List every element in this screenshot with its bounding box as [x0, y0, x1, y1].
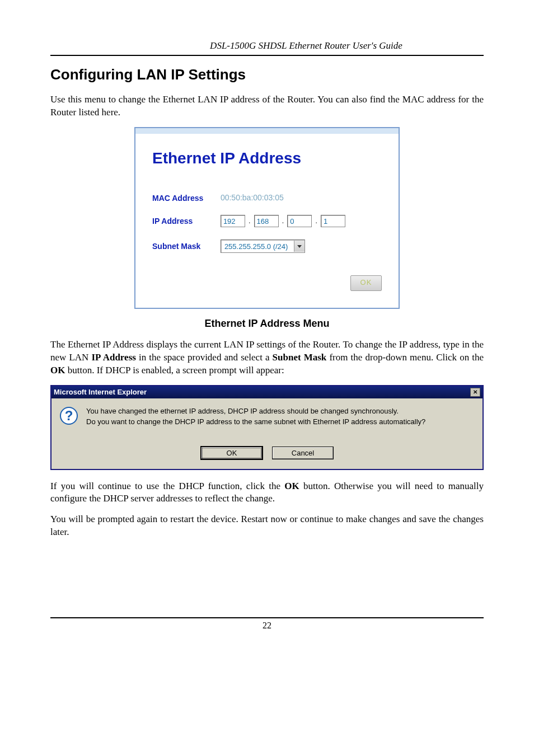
ip-address-label: IP Address	[152, 217, 218, 226]
p2-d: Subnet Mask	[273, 352, 327, 363]
ethernet-ip-panel: Ethernet IP Address MAC Address 00:50:ba…	[134, 127, 400, 309]
p2-f: OK	[50, 365, 65, 375]
section-heading: Configuring LAN IP Settings	[50, 66, 484, 83]
header-rule	[50, 55, 484, 56]
dialog-ok-button[interactable]: OK	[200, 446, 263, 460]
mac-address-row: MAC Address 00:50:ba:00:03:05	[152, 193, 382, 203]
page-number: 22	[50, 621, 484, 631]
footer-rule	[50, 617, 484, 618]
mac-address-value: 00:50:ba:00:03:05	[221, 193, 284, 202]
chevron-down-icon	[297, 245, 302, 248]
ip-dot: .	[282, 216, 284, 225]
close-icon[interactable]: ✕	[470, 388, 480, 397]
subnet-mask-value: 255.255.255.0 (/24)	[221, 242, 294, 251]
dialog-line-3	[86, 428, 425, 438]
p2-b: IP Address	[91, 352, 135, 363]
panel-title: Ethernet IP Address	[152, 149, 382, 167]
ip-dot: .	[249, 216, 251, 225]
svg-text:?: ?	[65, 408, 73, 423]
intro-paragraph: Use this menu to change the Ethernet LAN…	[50, 93, 484, 119]
ip-octet-4[interactable]: 1	[321, 215, 345, 227]
mac-address-label: MAC Address	[152, 194, 218, 203]
p2-e: from the drop-down menu. Click on the	[326, 352, 484, 363]
subnet-mask-row: Subnet Mask 255.255.255.0 (/24)	[152, 240, 382, 253]
dialog-cancel-button[interactable]: Cancel	[272, 447, 334, 459]
dialog-titlebar: Microsoft Internet Explorer ✕	[51, 386, 483, 398]
dialog-line-1: You have changed the ethernet IP address…	[86, 406, 425, 417]
paragraph-2: The Ethernet IP Address displays the cur…	[50, 339, 484, 377]
p2-g: button. If DHCP is enabled, a screen pro…	[65, 365, 284, 375]
ok-button[interactable]: OK	[350, 275, 382, 291]
question-icon: ?	[59, 406, 78, 427]
paragraph-4: You will be prompted again to restart th…	[50, 513, 484, 539]
running-header: DSL-1500G SHDSL Ethernet Router User's G…	[50, 40, 484, 51]
paragraph-3: If you will continue to use the DHCP fun…	[50, 480, 484, 506]
figure-caption: Ethernet IP Address Menu	[50, 318, 484, 330]
subnet-mask-label: Subnet Mask	[152, 242, 218, 251]
confirm-dialog: Microsoft Internet Explorer ✕ ? You have…	[50, 385, 484, 470]
dialog-title-text: Microsoft Internet Explorer	[54, 388, 147, 396]
dropdown-button[interactable]	[294, 241, 305, 252]
ip-address-row: IP Address 192 . 168 . 0 . 1	[152, 215, 382, 227]
p3-b: OK	[284, 481, 299, 491]
panel-top-stripe	[135, 128, 399, 134]
ip-octet-1[interactable]: 192	[221, 215, 245, 227]
ip-octet-3[interactable]: 0	[287, 215, 312, 227]
dialog-line-2: Do you want to change the DHCP IP addres…	[86, 417, 425, 428]
p3-a: If you will continue to use the DHCP fun…	[50, 481, 284, 491]
ip-dot: .	[315, 216, 317, 225]
ip-octet-2[interactable]: 168	[254, 215, 279, 227]
p2-c: in the space provided and select a	[136, 352, 273, 363]
dialog-message: You have changed the ethernet IP address…	[86, 406, 425, 438]
subnet-mask-select[interactable]: 255.255.255.0 (/24)	[221, 240, 305, 253]
